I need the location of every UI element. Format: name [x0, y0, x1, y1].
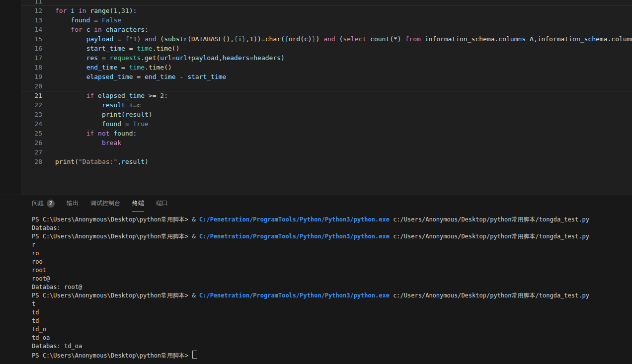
code-token: elapsed_time	[86, 73, 133, 80]
line-number[interactable]: 28	[21, 157, 42, 166]
code-line[interactable]: 14 for c in characters:	[21, 25, 632, 34]
code-token: (	[300, 35, 304, 43]
terminal[interactable]: PS C:\Users\Anonymous\Desktop\python常用脚本…	[32, 216, 632, 364]
code-token: for	[55, 7, 67, 14]
code-line[interactable]: 22 result +=c	[21, 100, 632, 110]
panel-tab-ports[interactable]: 端口	[156, 195, 168, 212]
code-token: if	[86, 130, 94, 137]
code-line[interactable]: 27	[21, 147, 632, 157]
line-number[interactable]: 22	[21, 100, 42, 110]
code-text: if not found:	[42, 129, 137, 138]
terminal-line: r	[32, 241, 632, 249]
code-text: found = True	[42, 119, 149, 129]
code-token: url	[160, 54, 171, 62]
code-line[interactable]: 16 start_time = time.time()	[21, 44, 632, 53]
terminal-text-segment: &	[192, 233, 199, 240]
code-text: print("Databas:",result)	[42, 157, 149, 166]
code-token: result	[102, 101, 125, 109]
code-line[interactable]: 23 print(result)	[21, 110, 632, 119]
code-line[interactable]: 12for i in range(1,31):	[21, 6, 632, 15]
code-token: get	[145, 54, 156, 62]
line-number[interactable]: 20	[21, 81, 42, 91]
code-token: found	[71, 16, 90, 24]
panel-tab-problems[interactable]: 问题2	[32, 195, 55, 212]
code-token: ,	[219, 54, 223, 62]
code-token: range	[90, 7, 109, 14]
terminal-line: root@	[32, 275, 632, 283]
code-token: ):	[129, 7, 137, 14]
code-token: break	[102, 139, 121, 146]
line-number[interactable]: 13	[21, 15, 42, 25]
code-token: headers	[223, 54, 250, 62]
panel-tab-output[interactable]: 输出	[67, 195, 79, 212]
code-token	[75, 7, 79, 14]
terminal-text-segment: C:/Penetration/ProgramTools/Python/Pytho…	[199, 216, 390, 223]
code-token	[55, 35, 86, 43]
code-token	[55, 92, 86, 99]
code-line[interactable]: 24 found = True	[21, 119, 632, 129]
terminal-line: td_	[32, 317, 632, 325]
terminal-line: td_oa	[32, 334, 632, 342]
panel-tab-terminal[interactable]: 终端	[132, 195, 144, 212]
line-number[interactable]: 26	[21, 138, 42, 147]
code-token: "1)	[129, 35, 141, 43]
code-line[interactable]: 13 found = False	[21, 15, 632, 25]
line-number[interactable]: 19	[21, 72, 42, 81]
code-line[interactable]: 17 res = requests.get(url=url+payload,he…	[21, 53, 632, 63]
terminal-text-segment: td_o	[32, 326, 46, 333]
line-number[interactable]: 24	[21, 119, 42, 129]
code-token: )	[145, 158, 149, 165]
code-token: print	[102, 111, 121, 118]
line-number[interactable]: 14	[21, 25, 42, 34]
terminal-text-segment: td	[32, 309, 39, 316]
code-token: (	[281, 35, 285, 43]
line-number[interactable]: 21	[21, 91, 42, 100]
line-number[interactable]: 23	[21, 110, 42, 119]
line-number[interactable]: 27	[21, 147, 42, 157]
code-token: headers	[253, 54, 281, 62]
code-token: start_time	[187, 73, 226, 80]
panel-tab-bar: 问题2输出调试控制台终端端口	[0, 195, 632, 212]
code-line[interactable]: 26 break	[21, 138, 632, 147]
code-token: select	[343, 35, 366, 43]
terminal-text-segment: PS C:\Users\Anonymous\Desktop\python常用脚本…	[32, 292, 192, 299]
code-line[interactable]: 19 elapsed_time = end_time - start_time	[21, 72, 632, 81]
code-line[interactable]: 28print("Databas:",result)	[21, 157, 632, 166]
code-token: 31	[121, 7, 129, 14]
terminal-line: td	[32, 308, 632, 317]
panel-tab-debug-console[interactable]: 调试控制台	[90, 195, 120, 212]
code-token: (	[157, 35, 164, 43]
code-token: .	[141, 54, 145, 62]
code-token: (DATABASE(),	[187, 35, 234, 43]
terminal-text-segment: ro	[32, 250, 39, 257]
code-token: characters	[106, 26, 145, 33]
terminal-line: PS C:\Users\Anonymous\Desktop\python常用脚本…	[32, 216, 632, 224]
line-number[interactable]: 25	[21, 129, 42, 138]
code-token: :	[145, 26, 149, 33]
code-line[interactable]: 20	[21, 81, 632, 91]
line-number[interactable]: 16	[21, 44, 42, 53]
code-line[interactable]: 15 payload = f"1) and (substr(DATABASE()…	[21, 34, 632, 44]
code-token: requests	[110, 54, 141, 62]
terminal-text-segment: C:/Penetration/ProgramTools/Python/Pytho…	[199, 233, 390, 240]
line-number[interactable]: 15	[21, 34, 42, 44]
code-token: ,1))=	[246, 35, 265, 43]
code-text: payload = f"1) and (substr(DATABASE(),{i…	[42, 34, 632, 44]
terminal-text-segment: c:/Users/Anonymous/Desktop/python常用脚本/to…	[390, 233, 589, 240]
terminal-text-segment: &	[192, 216, 199, 223]
code-line[interactable]: 25 if not found:	[21, 129, 632, 138]
code-token: result	[121, 158, 145, 165]
code-editor[interactable]: 1112for i in range(1,31):13 found = Fals…	[21, 0, 632, 195]
code-token: ,	[117, 7, 121, 14]
line-number[interactable]: 18	[21, 63, 42, 72]
code-token: i	[238, 35, 242, 43]
code-token: >=	[145, 92, 160, 99]
panel-resize-sash[interactable]	[0, 194, 632, 196]
bottom-panel: 问题2输出调试控制台终端端口 PS C:\Users\Anonymous\Des…	[0, 195, 632, 364]
code-token: ord	[289, 35, 300, 43]
line-number[interactable]: 12	[21, 6, 42, 15]
line-number[interactable]: 17	[21, 53, 42, 63]
code-line[interactable]: 18 end_time = time.time()	[21, 63, 632, 72]
code-token	[55, 139, 102, 146]
code-line-active[interactable]: 21 if elapsed_time >= 2:	[21, 91, 632, 100]
